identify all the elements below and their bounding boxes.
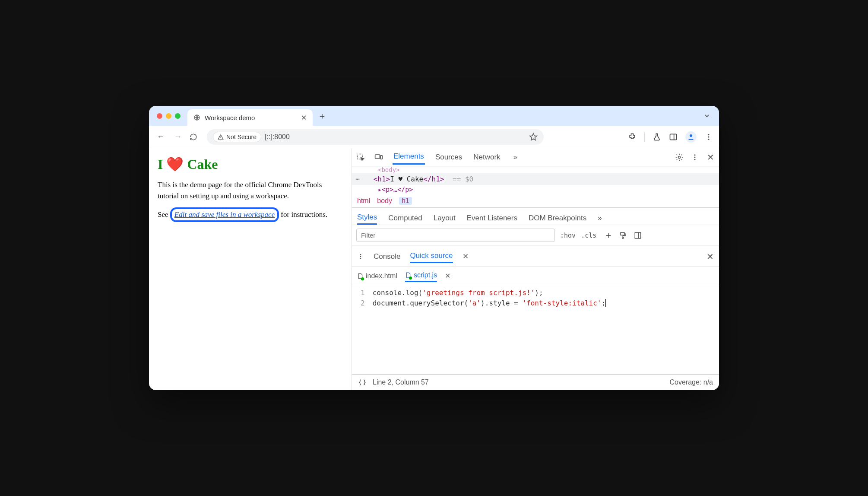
tab-network[interactable]: Network: [472, 150, 501, 164]
tab-elements[interactable]: Elements: [393, 149, 425, 165]
tab-search-button[interactable]: [700, 111, 714, 121]
maximize-window-button[interactable]: [175, 113, 181, 119]
file-tab-index[interactable]: index.html: [357, 270, 397, 282]
browser-toolbar: ← → Not Secure [::]:8000: [149, 126, 719, 148]
svg-rect-15: [635, 232, 641, 238]
svg-rect-1: [670, 134, 677, 140]
dom-p-collapsed[interactable]: ▸<p>…</p>: [352, 185, 719, 194]
drawer-kebab-icon[interactable]: [357, 253, 364, 260]
dom-selected-row[interactable]: ⋯ <h1>I ♥ Cake</h1> == $0: [352, 173, 719, 185]
browser-tab[interactable]: Workspace demo ✕: [187, 109, 313, 126]
tab-layout[interactable]: Layout: [434, 212, 456, 224]
styles-tabs: Styles Computed Layout Event Listeners D…: [352, 208, 719, 225]
kebab-menu-icon[interactable]: [704, 133, 713, 141]
profile-avatar[interactable]: [685, 131, 697, 143]
drawer-tab-quick-source[interactable]: Quick source: [410, 250, 453, 263]
crumb-h1[interactable]: h1: [399, 197, 412, 205]
file-icon: [357, 273, 363, 280]
close-quick-source[interactable]: ✕: [463, 252, 469, 261]
svg-rect-7: [375, 155, 380, 158]
minimize-window-button[interactable]: [166, 113, 171, 119]
hov-toggle[interactable]: :hov: [560, 232, 576, 239]
extensions-icon[interactable]: [628, 133, 637, 141]
page-paragraph-1: This is the demo page for the official C…: [158, 179, 343, 201]
close-window-button[interactable]: [157, 113, 162, 119]
code-editor[interactable]: 12 console.log('greetings from script.js…: [352, 285, 719, 374]
svg-point-3: [708, 134, 710, 135]
dom-body-open: <body>: [352, 166, 719, 173]
back-button[interactable]: ←: [155, 132, 166, 141]
gear-icon[interactable]: [675, 153, 684, 162]
format-icon[interactable]: [358, 378, 367, 387]
crumb-body[interactable]: body: [377, 197, 392, 205]
toolbar-right: [628, 131, 713, 143]
cursor-position: Line 2, Column 57: [373, 378, 429, 386]
devtools-kebab-icon[interactable]: [691, 153, 699, 162]
svg-rect-14: [622, 237, 624, 238]
tab-styles[interactable]: Styles: [357, 211, 377, 225]
side-panel-icon[interactable]: [669, 133, 678, 141]
new-tab-button[interactable]: ＋: [318, 110, 326, 122]
titlebar: Workspace demo ✕ ＋: [149, 106, 719, 126]
reload-button[interactable]: [190, 133, 201, 141]
paint-icon[interactable]: [619, 231, 627, 240]
url-text: [::]:8000: [265, 133, 290, 141]
browser-window: Workspace demo ✕ ＋ ← → Not Secure [::]:8…: [149, 106, 719, 390]
close-file-tab[interactable]: ✕: [445, 272, 450, 280]
security-chip[interactable]: Not Secure: [213, 132, 261, 142]
heart-icon: ❤️: [166, 156, 184, 172]
tab-dom-breakpoints[interactable]: DOM Breakpoints: [529, 212, 586, 224]
drawer-tab-console[interactable]: Console: [374, 251, 400, 263]
line-gutter: 12: [352, 285, 371, 374]
new-style-rule-icon[interactable]: ＋: [604, 231, 613, 240]
labs-icon[interactable]: [653, 133, 661, 141]
svg-point-11: [694, 156, 696, 158]
tab-computed[interactable]: Computed: [388, 212, 422, 224]
svg-point-18: [360, 258, 361, 259]
file-tabs: index.html script.js ✕: [352, 267, 719, 285]
svg-point-16: [360, 254, 361, 255]
device-toolbar-icon[interactable]: [374, 153, 383, 162]
devtools-panel: Elements Sources Network » ✕ <body> ⋯: [352, 148, 719, 390]
address-bar[interactable]: Not Secure [::]:8000: [207, 129, 544, 145]
inspect-element-icon[interactable]: [356, 153, 365, 162]
mapped-dot-icon: [361, 277, 364, 280]
styles-filter-row: :hov .cls ＋: [352, 225, 719, 246]
svg-point-17: [360, 256, 361, 257]
devtools-main-tabs: Elements Sources Network » ✕: [352, 148, 719, 166]
tab-sources[interactable]: Sources: [434, 150, 463, 164]
close-tab-button[interactable]: ✕: [301, 114, 307, 122]
file-icon: [405, 272, 411, 279]
ellipsis-icon: ⋯: [355, 175, 360, 183]
styles-filter-input[interactable]: [356, 229, 555, 242]
editor-statusbar: Line 2, Column 57 Coverage: n/a: [352, 374, 719, 390]
globe-icon: [193, 114, 200, 121]
content-area: I ❤️ Cake This is the demo page for the …: [149, 148, 719, 390]
page-paragraph-2: See Edit and save files in a workspace f…: [158, 207, 343, 222]
svg-point-9: [678, 156, 681, 158]
mapped-dot-icon: [409, 277, 412, 280]
drawer-tabs: Console Quick source ✕ ✕: [352, 246, 719, 267]
crumb-html[interactable]: html: [357, 197, 370, 205]
close-drawer-button[interactable]: ✕: [706, 251, 714, 262]
tab-event-listeners[interactable]: Event Listeners: [467, 212, 517, 224]
file-tab-script[interactable]: script.js: [405, 270, 437, 282]
close-devtools-button[interactable]: ✕: [706, 153, 715, 162]
cls-toggle[interactable]: .cls: [581, 232, 596, 239]
link-highlight: Edit and save files in a workspace: [170, 207, 279, 222]
svg-point-5: [708, 138, 710, 140]
more-styles-tabs[interactable]: »: [598, 212, 602, 224]
window-controls: [157, 113, 181, 119]
svg-rect-8: [380, 155, 382, 159]
code-content[interactable]: console.log('greetings from script.js!')…: [371, 285, 612, 374]
computed-panel-icon[interactable]: [634, 231, 642, 240]
svg-rect-13: [621, 232, 624, 235]
more-tabs-button[interactable]: »: [513, 150, 518, 164]
security-label: Not Secure: [226, 134, 257, 140]
svg-point-10: [694, 154, 696, 156]
workspace-link[interactable]: Edit and save files in a workspace: [174, 210, 275, 219]
bookmark-star-icon[interactable]: [529, 133, 538, 141]
tab-title: Workspace demo: [205, 114, 255, 121]
rendered-page: I ❤️ Cake This is the demo page for the …: [149, 148, 352, 390]
forward-button[interactable]: →: [172, 132, 184, 141]
